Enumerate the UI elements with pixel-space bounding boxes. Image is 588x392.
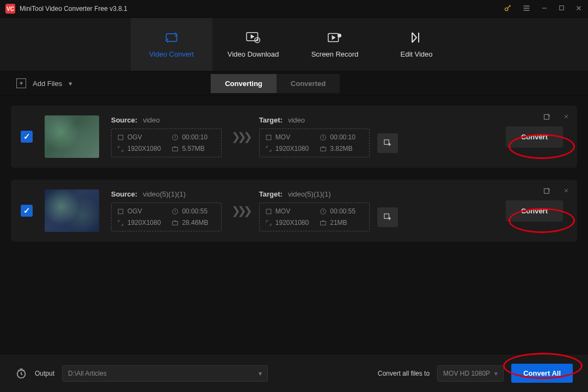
output-path-select[interactable]: D:\All Articles ▾ [62, 365, 268, 382]
svg-rect-15 [321, 147, 326, 151]
output-label: Output [35, 370, 54, 377]
target-duration: 00:00:10 [320, 133, 363, 141]
remove-icon[interactable] [563, 113, 569, 121]
svg-rect-1 [560, 6, 564, 10]
target-format: MOV [265, 207, 309, 215]
edit-icon[interactable] [543, 113, 551, 123]
record-icon [327, 30, 343, 45]
arrow-icon: ❯❯❯ [229, 204, 252, 217]
minimize-button[interactable] [541, 4, 548, 14]
file-card: ✓ Source: video(5)(1)(1) OGV 00:00:55 19… [11, 180, 577, 242]
maximize-button[interactable] [558, 4, 565, 13]
svg-rect-2 [166, 34, 176, 41]
thumbnail[interactable] [45, 115, 99, 158]
convert-icon [163, 30, 180, 45]
chevron-down-icon: ▾ [69, 79, 72, 88]
file-list: ✓ Source: video OGV 00:00:10 1920X1080 5… [0, 96, 588, 354]
target-label: Target: [259, 116, 283, 124]
edit-video-icon [408, 30, 425, 45]
source-format: OGV [117, 133, 161, 141]
svg-rect-12 [173, 147, 178, 151]
subtab-converting[interactable]: Converting [211, 74, 277, 93]
format-settings-button[interactable] [377, 207, 398, 227]
tab-video-convert[interactable]: Video Convert [131, 18, 212, 71]
source-resolution: 1920X1080 [117, 219, 161, 226]
svg-rect-21 [266, 209, 271, 214]
remove-icon[interactable] [563, 187, 569, 195]
subtab-converted[interactable]: Converted [277, 74, 340, 93]
svg-rect-13 [266, 135, 271, 140]
target-label: Target: [259, 190, 283, 198]
format-settings-button[interactable] [377, 133, 398, 153]
checkbox[interactable]: ✓ [21, 131, 33, 143]
toolbar: + Add Files ▾ Converting Converted [0, 71, 588, 96]
edit-icon[interactable] [543, 187, 551, 197]
source-label: Source: [111, 190, 137, 198]
target-panel: Target: video(5)(1)(1) MOV 00:00:55 1920… [259, 190, 398, 231]
target-filename: video(5)(1)(1) [288, 190, 331, 198]
thumbnail[interactable] [45, 189, 99, 232]
tab-edit-video[interactable]: Edit Video [376, 18, 457, 71]
bottom-bar: Output D:\All Articles ▾ Convert all fil… [0, 354, 588, 392]
add-files-label: Add Files [33, 79, 62, 88]
tab-video-download-label: Video Download [228, 50, 279, 58]
convert-all-to-label: Convert all files to [378, 370, 430, 377]
svg-rect-18 [118, 209, 123, 214]
tab-video-download[interactable]: Video Download [212, 18, 294, 71]
target-size: 21MB [320, 219, 363, 226]
convert-all-button[interactable]: Convert All [511, 364, 573, 383]
convert-button[interactable]: Convert [506, 200, 563, 222]
svg-marker-7 [332, 36, 335, 39]
source-format: OGV [117, 207, 161, 215]
source-resolution: 1920X1080 [117, 145, 161, 152]
tab-screen-record[interactable]: Screen Record [294, 18, 376, 71]
svg-rect-20 [173, 221, 178, 225]
source-filename: video [143, 116, 160, 124]
tab-video-convert-label: Video Convert [149, 50, 194, 58]
target-duration: 00:00:55 [320, 207, 363, 215]
svg-rect-9 [544, 115, 549, 120]
svg-marker-4 [251, 35, 254, 38]
svg-rect-17 [544, 189, 549, 194]
source-panel: Source: video OGV 00:00:10 1920X1080 5.5… [111, 116, 222, 157]
main-nav: Video Convert Video Download Screen Reco… [0, 17, 588, 71]
key-icon[interactable] [504, 4, 512, 14]
source-panel: Source: video(5)(1)(1) OGV 00:00:55 1920… [111, 190, 222, 231]
source-filename: video(5)(1)(1) [143, 190, 186, 198]
source-duration: 00:00:55 [171, 207, 215, 215]
add-files-button[interactable]: + Add Files ▾ [16, 78, 72, 88]
titlebar: VC MiniTool Video Converter Free v3.8.1 [0, 0, 588, 17]
download-icon [245, 30, 261, 45]
subtabs: Converting Converted [211, 74, 340, 93]
svg-rect-23 [321, 221, 326, 225]
app-title: MiniTool Video Converter Free v3.8.1 [20, 5, 504, 13]
svg-point-8 [338, 34, 341, 37]
file-card: ✓ Source: video OGV 00:00:10 1920X1080 5… [11, 106, 577, 168]
target-size: 3.82MB [320, 145, 363, 152]
svg-point-0 [505, 8, 508, 10]
convert-button[interactable]: Convert [506, 126, 563, 148]
chevron-down-icon: ▾ [494, 370, 498, 377]
tab-screen-record-label: Screen Record [311, 50, 359, 58]
source-size: 5.57MB [171, 145, 215, 152]
app-logo-icon: VC [5, 4, 15, 14]
preset-value: MOV HD 1080P [443, 370, 490, 377]
target-format: MOV [265, 133, 309, 141]
svg-rect-10 [118, 135, 123, 140]
window-controls [504, 4, 583, 14]
target-resolution: 1920X1080 [265, 145, 309, 152]
close-button[interactable] [575, 4, 583, 14]
source-size: 28.46MB [171, 219, 215, 226]
schedule-icon[interactable] [15, 367, 27, 379]
preset-select[interactable]: MOV HD 1080P ▾ [437, 365, 504, 382]
menu-icon[interactable] [522, 4, 531, 14]
chevron-down-icon: ▾ [259, 370, 262, 377]
target-filename: video [288, 116, 305, 124]
source-label: Source: [111, 116, 137, 124]
source-duration: 00:00:10 [171, 133, 215, 141]
checkbox[interactable]: ✓ [21, 205, 33, 217]
arrow-icon: ❯❯❯ [229, 130, 252, 143]
target-panel: Target: video MOV 00:00:10 1920X1080 3.8… [259, 116, 398, 157]
add-files-icon: + [16, 78, 26, 88]
output-path-value: D:\All Articles [68, 370, 107, 377]
